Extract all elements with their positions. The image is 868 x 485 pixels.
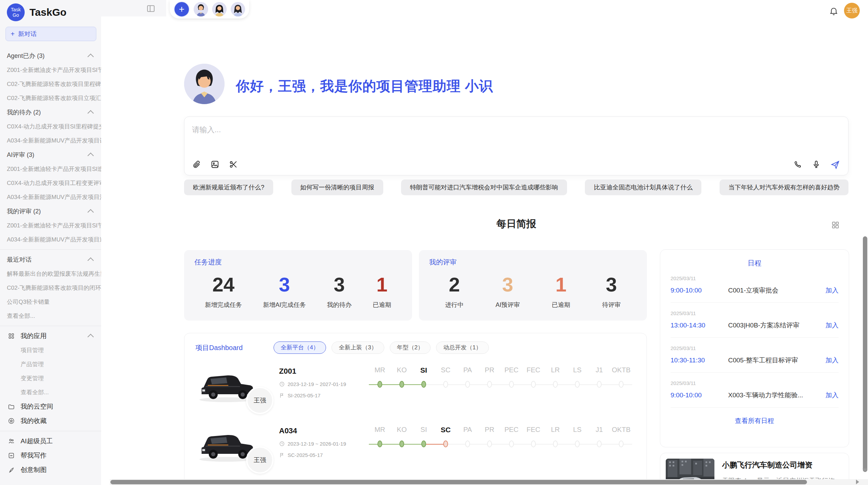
vertical-scrollbar-thumb[interactable] — [863, 236, 867, 472]
view-all-schedule-link[interactable]: 查看所有日程 — [660, 416, 849, 425]
join-link[interactable]: 加入 — [825, 391, 839, 400]
chevron-up-icon[interactable] — [87, 152, 94, 159]
milestone-dot — [531, 440, 536, 447]
new-chat-button[interactable]: + 新对话 — [5, 27, 96, 41]
project-flag: SI-2025-05-17 — [288, 393, 321, 398]
agent-avatar-3[interactable] — [231, 2, 245, 16]
section-header-my-review[interactable]: 我的评审 (2) — [0, 204, 101, 219]
sidebar-item[interactable]: C02-飞腾新能源轻客改款项目里程碑画布 — [0, 77, 101, 91]
milestone-dot — [553, 440, 558, 447]
my-review-card: 我的评审 2进行中 3AI预评审 1已逾期 3待评审 — [419, 250, 647, 321]
layout-grid-icon[interactable] — [831, 221, 840, 229]
schedule-date: 2025/03/11 — [671, 310, 839, 316]
join-link[interactable]: 加入 — [825, 321, 839, 330]
sidebar-item-creative-drawing[interactable]: 创意制图 — [0, 463, 101, 477]
sidebar-item[interactable]: Z001-全新燃油皮卡产品开发项目SI节点Lesson Learn报告 — [0, 63, 101, 77]
app-item-change-mgmt[interactable]: 变更管理 — [0, 371, 101, 385]
phone-icon[interactable] — [793, 160, 802, 169]
timeline-progress-green — [369, 444, 424, 445]
milestone-dot — [377, 381, 382, 388]
suggestion-chip[interactable]: 特朗普可能对进口汽车增税会对中国车企造成哪些影响 — [401, 179, 567, 195]
agent-avatar-1[interactable] — [194, 2, 208, 16]
chevron-up-icon[interactable] — [87, 257, 94, 263]
section-header-my-todo[interactable]: 我的待办 (2) — [0, 105, 101, 120]
bell-icon[interactable] — [829, 6, 839, 16]
milestone-label: FEC — [522, 426, 544, 434]
sidebar-item-cloud-space[interactable]: 我的云空间 — [0, 399, 101, 414]
suggestion-chip[interactable]: 比亚迪全固态电池计划具体说了什么 — [585, 179, 701, 195]
chevron-up-icon[interactable] — [87, 53, 94, 60]
project-code: Z001 — [279, 367, 363, 376]
sidebar-item-favorites[interactable]: 我的收藏 — [0, 414, 101, 428]
app-item-product-mgmt[interactable]: 产品管理 — [0, 357, 101, 371]
horizontal-scrollbar[interactable] — [110, 479, 868, 485]
microphone-icon[interactable] — [812, 160, 821, 169]
project-car-image: 王强 — [195, 425, 257, 465]
milestone-dot — [465, 440, 470, 447]
project-row[interactable]: 王强 Z001 2023-12-19 ~ 2027-01-19 SI-2025-… — [195, 365, 636, 413]
sidebar-toggle-icon[interactable] — [146, 4, 155, 13]
filter-chip[interactable]: 全新平台（4） — [274, 341, 326, 354]
join-link[interactable]: 加入 — [825, 356, 839, 365]
new-session-button[interactable]: + — [174, 1, 190, 17]
sidebar-item[interactable]: Z001-全新燃油轻卡产品开发项目SI节点属性5D文件评审 — [0, 219, 101, 233]
sidebar-item[interactable]: C0X4-动力总成开发项目SI里程碑提交物检查 — [0, 120, 101, 134]
sidebar-item[interactable]: C0X4-动力总成开发项目工程变更评审 — [0, 176, 101, 190]
scroll-down-arrow[interactable] — [863, 469, 867, 472]
project-row[interactable]: 王强 A034 2023-12-19 ~ 2026-01-19 SC-2025-… — [195, 425, 636, 473]
chevron-up-icon[interactable] — [87, 110, 94, 116]
card-title: 我的评审 — [429, 258, 637, 267]
filter-chip[interactable]: 年型（2） — [390, 341, 431, 354]
composer — [184, 116, 848, 175]
scroll-right-arrow[interactable] — [856, 480, 859, 484]
greeting-text: 你好，王强，我是你的项目管理助理 小识 — [236, 77, 493, 96]
sidebar-item[interactable]: A034-全新新能源MUV产品开发项目法规符合性评审 — [0, 190, 101, 204]
logo-line1: Task — [11, 7, 21, 12]
send-icon[interactable] — [830, 160, 839, 169]
vertical-scrollbar[interactable] — [862, 16, 868, 479]
news-title: 小鹏飞行汽车制造公司增资 — [722, 460, 840, 470]
sidebar-item-my-apps[interactable]: 我的应用 — [0, 329, 101, 343]
schedule-date: 2025/03/11 — [671, 275, 839, 281]
divider — [0, 431, 101, 431]
recent-item[interactable]: 解释最新出台的欧盟报废车法规再生塑料比例被调到15%... — [0, 267, 101, 281]
sidebar-item[interactable]: Z001-全新燃油轻卡产品开发项目SI造型提交物评审 — [0, 162, 101, 176]
milestone-dot — [487, 440, 492, 447]
user-avatar[interactable]: 王强 — [844, 3, 860, 18]
apps-view-all[interactable]: 查看全部... — [0, 385, 101, 399]
section-header-ai-review[interactable]: AI评审 (3) — [0, 148, 101, 162]
agent-avatar-2[interactable] — [212, 2, 227, 16]
scissors-icon[interactable] — [229, 160, 238, 169]
chat-input[interactable] — [191, 125, 604, 135]
suggestion-chip[interactable]: 如何写一份清晰的项目周报 — [291, 179, 383, 195]
user-avatar-label: 王强 — [846, 7, 857, 14]
recent-item[interactable]: C02-飞腾新能源轻客改款项目的闭环通告反馈情况 — [0, 281, 101, 295]
filter-chip[interactable]: 动总开发（1） — [436, 341, 489, 354]
sidebar-item-help-me-write[interactable]: 帮我写作 — [0, 448, 101, 463]
schedule-card: 日程 2025/03/11 9:00-10:00 C001-立项审批会 加入 2… — [660, 249, 849, 447]
suggestion-chip[interactable]: 当下年轻人对汽车外观有怎样的喜好趋势 — [720, 179, 848, 195]
recent-item[interactable]: 公司Q3轻卡销量 — [0, 295, 101, 309]
paperclip-icon[interactable] — [192, 160, 201, 169]
milestone-label: PA — [457, 366, 479, 374]
schedule-item: 2025/03/11 10:30-11:30 C005-整车工程目标评审 加入 — [660, 345, 849, 372]
page: Task Go TaskGo + 新对话 Agent已办 (3) Z001-全新… — [0, 0, 868, 485]
horizontal-scrollbar-thumb[interactable] — [110, 480, 807, 484]
suggestion-chip[interactable]: 欧洲新规最近颁布了什么? — [184, 179, 273, 195]
milestone-dot — [487, 381, 492, 388]
chevron-up-icon[interactable] — [87, 209, 94, 215]
app-item-project-mgmt[interactable]: 项目管理 — [0, 343, 101, 357]
filter-chip[interactable]: 全新上装（3） — [331, 341, 384, 354]
sidebar-item[interactable]: C02-飞腾新能源轻客改款项目立项汇报方案 — [0, 91, 101, 105]
image-icon[interactable] — [210, 160, 219, 169]
sidebar-item-ai-super-staff[interactable]: AI超级员工 — [0, 434, 101, 448]
chevron-up-icon[interactable] — [87, 334, 94, 340]
section-header-agent-done[interactable]: Agent已办 (3) — [0, 49, 101, 63]
schedule-name: C005-整车工程目标评审 — [728, 356, 825, 365]
milestone-dot — [399, 440, 404, 447]
sidebar-item[interactable]: A034-全新新能源MUV产品开发项目计划变更表编写 — [0, 134, 101, 148]
section-header-recent[interactable]: 最近对话 — [0, 252, 101, 267]
recent-view-all[interactable]: 查看全部... — [0, 309, 101, 323]
sidebar-item[interactable]: A034-全新新能源MUV产品开发项目造型可行性评审 — [0, 233, 101, 247]
join-link[interactable]: 加入 — [825, 286, 839, 295]
